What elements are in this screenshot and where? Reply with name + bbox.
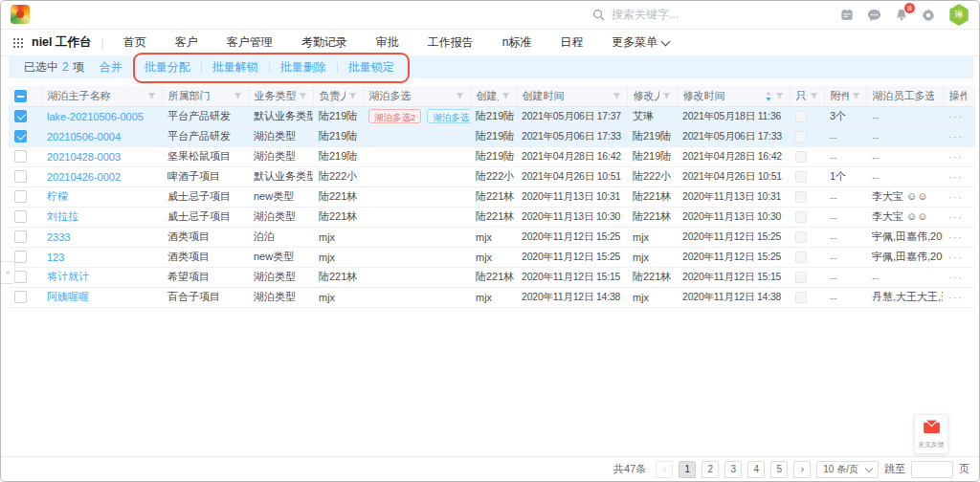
row-actions-button[interactable]: ··· <box>948 252 964 263</box>
notebook-icon[interactable] <box>840 9 854 21</box>
row-actions-button[interactable]: ··· <box>948 131 964 142</box>
filter-icon[interactable] <box>775 92 784 100</box>
owner-cell: 陆221林 <box>313 207 363 227</box>
row-actions-button[interactable]: ··· <box>948 151 964 163</box>
filter-icon[interactable] <box>662 92 671 100</box>
row-actions-button[interactable]: ··· <box>948 191 964 203</box>
row-actions-button[interactable]: ··· <box>948 231 964 243</box>
feedback-button[interactable]: 意见反馈 <box>914 414 948 454</box>
readonly-checkbox[interactable] <box>795 252 807 263</box>
dept-cell: 希望项目 <box>162 267 248 287</box>
tags-cell <box>363 186 470 207</box>
prev-page-button[interactable]: ‹ <box>656 461 673 478</box>
row-checkbox[interactable] <box>14 110 27 122</box>
record-link[interactable]: 20210506-0004 <box>47 131 121 142</box>
row-actions-button[interactable]: ··· <box>948 171 964 183</box>
readonly-checkbox[interactable] <box>795 231 807 243</box>
batch-action-link[interactable]: 批量删除 <box>280 59 326 76</box>
record-link[interactable]: 刘拉拉 <box>47 210 78 222</box>
actions-cell: ··· <box>943 146 975 166</box>
nav-item[interactable]: 首页 <box>123 34 146 51</box>
row-checkbox[interactable] <box>14 251 27 263</box>
row-checkbox[interactable] <box>14 150 27 163</box>
readonly-checkbox[interactable] <box>795 211 807 223</box>
user-avatar[interactable]: 琳 <box>948 4 969 26</box>
filter-icon[interactable] <box>810 92 818 100</box>
chat-icon[interactable] <box>867 9 881 22</box>
bell-icon[interactable]: 8 <box>895 8 908 22</box>
page-button[interactable]: 3 <box>724 461 742 478</box>
jump-page-input[interactable] <box>911 461 953 478</box>
actions-cell: ··· <box>943 106 975 126</box>
filter-icon[interactable] <box>612 92 621 100</box>
page-button[interactable]: 4 <box>747 461 765 478</box>
sort-icon[interactable] <box>765 91 772 101</box>
page-button[interactable]: 5 <box>770 461 788 478</box>
filter-icon[interactable] <box>348 92 357 100</box>
global-search[interactable]: 搜索关键字... <box>592 1 679 29</box>
readonly-checkbox[interactable] <box>795 131 807 142</box>
batch-action-link[interactable]: 批量解锁 <box>212 59 258 76</box>
row-checkbox[interactable] <box>14 190 27 203</box>
record-link[interactable]: 20210428-0003 <box>47 151 121 163</box>
filter-icon[interactable] <box>852 92 860 100</box>
nav-item[interactable]: 审批 <box>376 34 399 51</box>
column-label: 创建时间 <box>523 89 565 103</box>
nav-item[interactable]: 工作报告 <box>428 34 474 51</box>
record-link[interactable]: 将计就计 <box>47 271 89 282</box>
readonly-checkbox[interactable] <box>795 191 807 203</box>
row-checkbox[interactable] <box>14 291 27 303</box>
row-checkbox[interactable] <box>14 130 27 142</box>
workspace-title[interactable]: niel 工作台 <box>32 34 92 51</box>
sidebar-expand-handle[interactable]: » <box>1 261 15 284</box>
filter-icon[interactable] <box>299 92 307 100</box>
row-checkbox[interactable] <box>14 230 27 243</box>
nav-item[interactable]: 日程 <box>560 34 583 51</box>
app-logo[interactable] <box>11 5 30 24</box>
page-button[interactable]: 2 <box>702 461 719 478</box>
row-actions-button[interactable]: ··· <box>948 292 964 303</box>
batch-action-link[interactable]: 批量分配 <box>145 59 190 76</box>
gear-icon[interactable] <box>922 9 935 22</box>
row-actions-button[interactable]: ··· <box>948 272 964 283</box>
page-button[interactable]: 1 <box>679 461 696 478</box>
page-size-select[interactable]: 10 条/页 <box>816 461 879 478</box>
row-actions-button[interactable]: ··· <box>948 111 964 122</box>
nav-item[interactable]: n标准 <box>502 34 532 51</box>
filter-icon[interactable] <box>147 92 156 100</box>
readonly-checkbox[interactable] <box>795 272 807 283</box>
readonly-checkbox[interactable] <box>795 171 807 183</box>
chevron-down-icon <box>865 464 873 471</box>
row-actions-button[interactable]: ··· <box>948 211 964 223</box>
record-link[interactable]: 20210426-0002 <box>47 171 121 183</box>
merge-button[interactable]: 合并 <box>100 59 122 76</box>
record-link[interactable]: 2333 <box>47 231 70 243</box>
readonly-checkbox[interactable] <box>795 111 807 122</box>
nav-item[interactable]: 客户管理 <box>227 34 273 51</box>
filter-icon[interactable] <box>501 92 510 100</box>
record-link[interactable]: 柠檬 <box>47 190 68 202</box>
column-header: 附件 <box>824 86 866 106</box>
record-link[interactable]: 阿姨喔喔 <box>47 291 89 302</box>
select-all-checkbox[interactable] <box>14 90 27 102</box>
multi-select-tag: 湖泊多选1 <box>427 109 470 123</box>
next-page-button[interactable]: › <box>793 461 811 478</box>
nav-more-menu[interactable]: 更多菜单 <box>612 34 669 51</box>
row-checkbox[interactable] <box>14 210 27 223</box>
dept-cell: 平台产品研发 <box>162 106 248 126</box>
apps-grid-icon[interactable] <box>12 37 24 49</box>
record-link[interactable]: lake-20210506-0005 <box>47 111 144 122</box>
readonly-checkbox[interactable] <box>795 151 807 163</box>
nav-item[interactable]: 考勤记录 <box>301 34 347 51</box>
row-checkbox[interactable] <box>14 170 27 183</box>
record-link[interactable]: 123 <box>47 252 64 263</box>
batch-action-link[interactable]: 批量锁定 <box>348 59 394 76</box>
nav-item[interactable]: 客户 <box>175 34 198 51</box>
employees-cell: -- <box>866 106 943 126</box>
modifier-cell: mjx <box>627 287 677 307</box>
filter-icon[interactable] <box>456 92 464 100</box>
table-row: 20210426-0002啤酒子项目默认业务类型陆222小陆222小2021年0… <box>9 166 975 186</box>
filter-icon[interactable] <box>234 92 242 100</box>
row-checkbox[interactable] <box>14 271 27 283</box>
readonly-checkbox[interactable] <box>795 292 807 303</box>
